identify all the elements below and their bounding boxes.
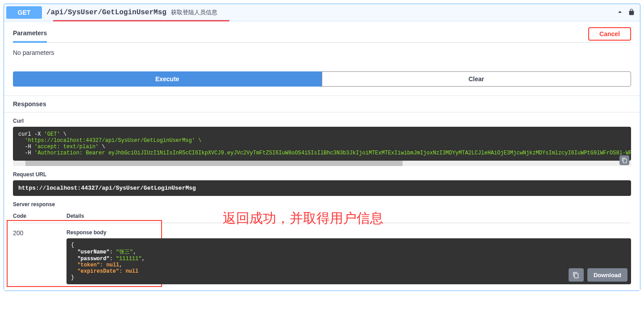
operation-summary[interactable]: GET /api/SysUser/GetLoginUserMsg 获取登陆人员信… xyxy=(4,4,640,21)
request-url-block: https://localhost:44327/api/SysUser/GetL… xyxy=(13,180,631,196)
request-url-title: Request URL xyxy=(4,166,640,180)
endpoint-path: /api/SysUser/GetLoginUserMsg xyxy=(46,8,166,17)
curl-title: Curl xyxy=(4,112,640,127)
response-body-label: Response body xyxy=(66,229,631,236)
http-method-badge: GET xyxy=(6,6,42,19)
download-button[interactable]: Download xyxy=(587,268,627,282)
cancel-button[interactable]: Cancel xyxy=(588,27,631,41)
server-response-title: Server response xyxy=(4,196,640,210)
responses-title: Responses xyxy=(4,96,640,112)
operation-body: Parameters Cancel No parameters Execute … xyxy=(4,21,640,291)
clear-button[interactable]: Clear xyxy=(322,71,632,87)
annotation-underline xyxy=(53,20,229,21)
copy-icon[interactable] xyxy=(619,155,629,165)
lock-icon[interactable] xyxy=(628,8,635,18)
copy-response-icon[interactable] xyxy=(569,268,584,282)
action-buttons-row: Execute Clear xyxy=(4,62,640,96)
no-parameters-text: No parameters xyxy=(4,43,640,62)
parameters-title: Parameters xyxy=(13,25,47,43)
parameters-header: Parameters Cancel xyxy=(4,21,640,43)
chevron-up-icon[interactable] xyxy=(615,8,624,18)
operation-block: GET /api/SysUser/GetLoginUserMsg 获取登陆人员信… xyxy=(4,4,640,291)
code-column-header: Code xyxy=(13,213,40,219)
response-code: 200 xyxy=(13,229,40,282)
endpoint-description: 获取登陆人员信息 xyxy=(171,8,217,17)
curl-code-block: curl -X 'GET' \ 'https://localhost:44327… xyxy=(13,127,631,161)
details-column-header: Details xyxy=(66,213,84,219)
execute-button[interactable]: Execute xyxy=(13,71,322,87)
response-table: Code Details 返回成功，并取得用户信息 200 Response b… xyxy=(4,210,640,291)
horizontal-scrollbar[interactable] xyxy=(13,161,631,166)
